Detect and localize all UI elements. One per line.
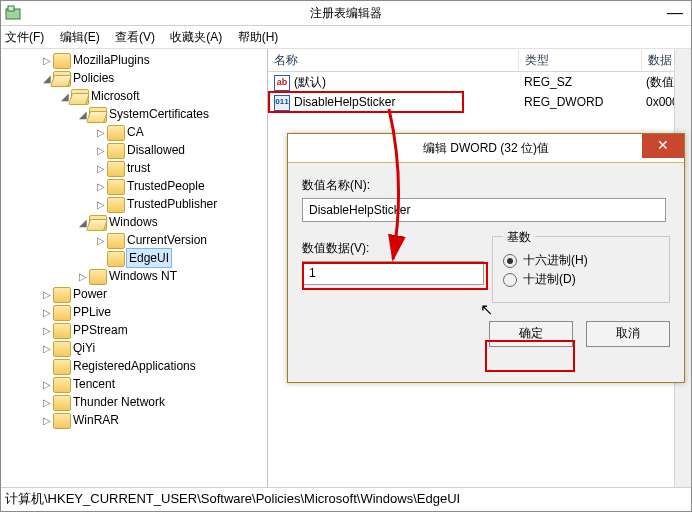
tree-item[interactable]: Disallowed xyxy=(127,143,185,157)
expand-icon[interactable]: ▷ xyxy=(95,124,107,142)
cell-type: REG_DWORD xyxy=(518,92,640,112)
tree-item[interactable]: Power xyxy=(73,287,107,301)
folder-icon xyxy=(107,251,125,267)
minimize-button[interactable]: — xyxy=(667,1,683,25)
list-row[interactable]: 011DisableHelpSticker REG_DWORD 0x00000 xyxy=(268,92,691,112)
value-name-label: 数值名称(N): xyxy=(302,177,670,194)
tree-item[interactable]: PPLive xyxy=(73,305,111,319)
folder-icon xyxy=(53,413,71,429)
tree-item-selected[interactable]: EdgeUI xyxy=(127,249,171,267)
value-data-label: 数值数据(V): xyxy=(302,240,492,257)
cell-name: (默认) xyxy=(294,75,326,89)
expand-icon[interactable]: ▷ xyxy=(95,178,107,196)
list-header: 名称 类型 数据 xyxy=(268,49,691,72)
value-data-field[interactable]: 1 xyxy=(302,261,484,285)
folder-open-icon xyxy=(71,89,89,105)
close-button[interactable]: ✕ xyxy=(642,134,684,158)
col-name[interactable]: 名称 xyxy=(268,49,519,71)
folder-icon xyxy=(107,161,125,177)
titlebar: 注册表编辑器 — xyxy=(1,1,691,26)
base-legend: 基数 xyxy=(503,229,535,246)
tree-item[interactable]: CA xyxy=(127,125,144,139)
window-title: 注册表编辑器 xyxy=(310,6,382,20)
tree-item[interactable]: QiYi xyxy=(73,341,95,355)
expand-icon[interactable]: ▷ xyxy=(41,340,53,358)
expand-icon[interactable]: ▷ xyxy=(41,394,53,412)
folder-icon xyxy=(107,143,125,159)
tree-item[interactable]: Tencent xyxy=(73,377,115,391)
expand-icon[interactable]: ▷ xyxy=(41,304,53,322)
edit-dword-dialog: 编辑 DWORD (32 位)值 ✕ 数值名称(N): DisableHelpS… xyxy=(287,133,685,383)
menu-file[interactable]: 文件(F) xyxy=(5,30,44,44)
expand-icon[interactable]: ▷ xyxy=(95,142,107,160)
folder-icon xyxy=(107,179,125,195)
folder-icon xyxy=(53,395,71,411)
tree-item[interactable]: TrustedPeople xyxy=(127,179,205,193)
tree-item[interactable]: PPStream xyxy=(73,323,128,337)
folder-open-icon xyxy=(89,215,107,231)
menu-edit[interactable]: 编辑(E) xyxy=(60,30,100,44)
col-type[interactable]: 类型 xyxy=(519,49,642,71)
folder-icon xyxy=(107,233,125,249)
menu-view[interactable]: 查看(V) xyxy=(115,30,155,44)
folder-icon xyxy=(53,287,71,303)
tree-item[interactable]: Windows NT xyxy=(109,269,177,283)
expand-icon[interactable]: ▷ xyxy=(41,322,53,340)
tree-item[interactable]: Thunder Network xyxy=(73,395,165,409)
string-value-icon: ab xyxy=(274,75,290,91)
expand-icon[interactable]: ▷ xyxy=(77,268,89,286)
folder-open-icon xyxy=(53,71,71,87)
radio-dec[interactable]: 十进制(D) xyxy=(503,271,659,288)
cell-type: REG_SZ xyxy=(518,72,640,92)
dialog-titlebar[interactable]: 编辑 DWORD (32 位)值 ✕ xyxy=(288,134,684,163)
tree-item[interactable]: trust xyxy=(127,161,150,175)
folder-icon xyxy=(107,197,125,213)
expand-icon[interactable]: ▷ xyxy=(41,376,53,394)
expand-icon[interactable]: ▷ xyxy=(95,160,107,178)
list-row[interactable]: ab(默认) REG_SZ (数值未设 xyxy=(268,72,691,92)
radio-hex[interactable]: 十六进制(H) xyxy=(503,252,659,269)
folder-icon xyxy=(53,305,71,321)
tree-item[interactable]: Windows xyxy=(109,215,158,229)
tree-pane[interactable]: ▷MozillaPlugins ◢Policies ◢Microsoft ◢Sy… xyxy=(1,49,268,487)
tree-item[interactable]: RegisteredApplications xyxy=(73,359,196,373)
expand-icon[interactable]: ▷ xyxy=(41,52,53,70)
folder-icon xyxy=(53,341,71,357)
value-name-field[interactable]: DisableHelpSticker xyxy=(302,198,666,222)
tree-item[interactable]: Policies xyxy=(73,71,114,85)
folder-icon xyxy=(53,377,71,393)
tree-item[interactable]: CurrentVersion xyxy=(127,233,207,247)
tree-item[interactable]: SystemCertificates xyxy=(109,107,209,121)
status-path: 计算机\HKEY_CURRENT_USER\Software\Policies\… xyxy=(5,491,460,506)
folder-icon xyxy=(53,323,71,339)
folder-icon xyxy=(89,269,107,285)
cancel-button[interactable]: 取消 xyxy=(586,321,670,347)
tree-item[interactable]: TrustedPublisher xyxy=(127,197,217,211)
ok-button[interactable]: 确定 xyxy=(489,321,573,347)
regedit-window: 注册表编辑器 — 文件(F) 编辑(E) 查看(V) 收藏夹(A) 帮助(H) … xyxy=(0,0,692,512)
base-fieldset: 基数 十六进制(H) 十进制(D) xyxy=(492,236,670,303)
app-icon xyxy=(5,5,21,21)
radio-icon xyxy=(503,273,517,287)
expand-icon[interactable]: ▷ xyxy=(95,232,107,250)
folder-icon xyxy=(107,125,125,141)
expand-icon[interactable]: ▷ xyxy=(41,286,53,304)
folder-icon xyxy=(53,53,71,69)
statusbar: 计算机\HKEY_CURRENT_USER\Software\Policies\… xyxy=(1,487,691,510)
expand-icon[interactable]: ▷ xyxy=(41,412,53,430)
dialog-title: 编辑 DWORD (32 位)值 xyxy=(423,141,549,155)
folder-open-icon xyxy=(89,107,107,123)
tree-item[interactable]: Microsoft xyxy=(91,89,140,103)
menubar: 文件(F) 编辑(E) 查看(V) 收藏夹(A) 帮助(H) xyxy=(1,26,691,49)
menu-favorites[interactable]: 收藏夹(A) xyxy=(170,30,222,44)
expand-icon[interactable]: ▷ xyxy=(95,196,107,214)
cell-name: DisableHelpSticker xyxy=(294,95,395,109)
menu-help[interactable]: 帮助(H) xyxy=(238,30,279,44)
radio-icon xyxy=(503,254,517,268)
tree-item[interactable]: WinRAR xyxy=(73,413,119,427)
svg-rect-1 xyxy=(8,6,14,11)
tree-item[interactable]: MozillaPlugins xyxy=(73,53,150,67)
folder-icon xyxy=(53,359,71,375)
dword-value-icon: 011 xyxy=(274,95,290,111)
